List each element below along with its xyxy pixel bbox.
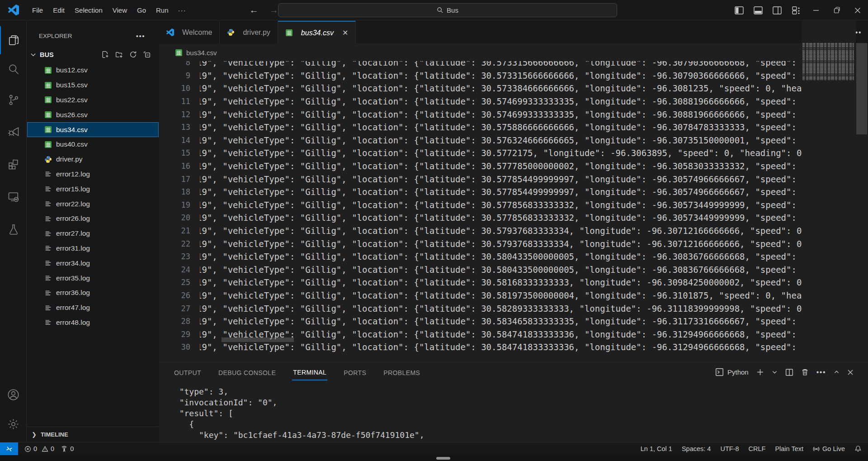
file-item-driver.py[interactable]: driver.py (27, 152, 159, 167)
code-line-15[interactable]: 1519", "vehicleType": "Gillig", "locatio… (159, 147, 802, 160)
code-line-17[interactable]: 1719", "vehicleType": "Gillig", "locatio… (159, 172, 802, 185)
split-terminal-icon[interactable] (785, 368, 793, 376)
remote-indicator[interactable] (0, 442, 18, 456)
minimap[interactable] (802, 21, 856, 362)
file-item-bus12.csv[interactable]: bus12.csv (27, 63, 159, 78)
breadcrumb-item[interactable]: bus34.csv (186, 49, 217, 57)
menu-overflow-button[interactable]: ··· (174, 5, 191, 16)
collapse-folders-icon[interactable] (143, 51, 151, 58)
menu-view[interactable]: View (108, 5, 132, 16)
code-line-23[interactable]: 2319", "vehicleType": "Gillig", "locatio… (159, 250, 802, 263)
ports-status[interactable]: 0 (61, 445, 74, 452)
sidebar-item-extensions[interactable] (0, 150, 27, 178)
status-plain-text[interactable]: Plain Text (775, 445, 803, 452)
file-item-error36.log[interactable]: error36.log (27, 285, 159, 300)
notifications-bell-button[interactable] (854, 445, 862, 452)
file-item-error27.log[interactable]: error27.log (27, 226, 159, 241)
customize-layout-icon[interactable] (791, 5, 801, 15)
file-item-bus26.csv[interactable]: bus26.csv (27, 107, 159, 122)
code-line-20[interactable]: 2019", "vehicleType": "Gillig", "locatio… (159, 211, 802, 224)
file-item-bus34.csv[interactable]: bus34.csv (27, 122, 159, 137)
file-item-error15.log[interactable]: error15.log (27, 181, 159, 196)
panel-tab-ports[interactable]: PORTS (343, 365, 367, 380)
code-line-10[interactable]: 1019", "vehicleType": "Gillig", "locatio… (159, 82, 802, 95)
file-item-error22.log[interactable]: error22.log (27, 196, 159, 211)
refresh-icon[interactable] (129, 51, 137, 58)
menu-run[interactable]: Run (151, 5, 174, 16)
vertical-scrollbar[interactable] (856, 43, 867, 134)
restore-button[interactable] (826, 0, 847, 20)
status-utf-8[interactable]: UTF-8 (720, 445, 739, 452)
maximize-panel-icon[interactable] (834, 369, 840, 375)
account-button[interactable] (0, 380, 27, 409)
terminal-output[interactable]: "type": 3, "invocationId": "0", "result"… (170, 386, 425, 441)
close-window-button[interactable] (847, 0, 868, 20)
problems-status[interactable]: 0 0 (24, 445, 54, 452)
sidebar-item-explorer[interactable] (0, 26, 27, 54)
terminal-shell-badge[interactable]: Python (715, 368, 749, 376)
kill-terminal-icon[interactable] (801, 368, 809, 376)
new-folder-icon[interactable] (115, 51, 123, 58)
file-item-error31.log[interactable]: error31.log (27, 241, 159, 256)
code-line-24[interactable]: 2419", "vehicleType": "Gillig", "locatio… (159, 263, 802, 276)
code-line-11[interactable]: 1119", "vehicleType": "Gillig", "locatio… (159, 95, 802, 108)
terminal-dropdown-icon[interactable] (772, 369, 778, 375)
sidebar-item-run-debug[interactable] (0, 118, 27, 146)
panel-more-actions-button[interactable]: ••• (816, 368, 826, 376)
status-spaces-4[interactable]: Spaces: 4 (682, 445, 711, 452)
status-go-live[interactable]: Go Live (813, 445, 845, 452)
code-line-25[interactable]: 2519", "vehicleType": "Gillig", "locatio… (159, 276, 802, 289)
explorer-more-actions-button[interactable]: ••• (136, 32, 145, 40)
code-line-19[interactable]: 1919", "vehicleType": "Gillig", "locatio… (159, 199, 802, 212)
tab-driver-py[interactable]: driver.py (220, 21, 278, 44)
timeline-section[interactable]: ❯ TIMELINE (27, 427, 159, 442)
breadcrumb[interactable]: bus34.csv (159, 44, 868, 61)
panel-tab-problems[interactable]: PROBLEMS (382, 365, 421, 380)
file-item-error12.log[interactable]: error12.log (27, 167, 159, 182)
file-item-error48.log[interactable]: error48.log (27, 315, 159, 330)
new-file-icon[interactable] (101, 51, 109, 58)
status-ln-1-col-1[interactable]: Ln 1, Col 1 (641, 445, 672, 452)
horizontal-scrollbar[interactable] (222, 337, 294, 342)
menu-edit[interactable]: Edit (48, 5, 70, 16)
toggle-sidebar-icon[interactable] (734, 5, 744, 15)
code-line-16[interactable]: 1619", "vehicleType": "Gillig", "locatio… (159, 160, 802, 173)
sidebar-item-remote-explorer[interactable] (0, 183, 27, 211)
file-item-error47.log[interactable]: error47.log (27, 300, 159, 315)
code-line-21[interactable]: 2119", "vehicleType": "Gillig", "locatio… (159, 224, 802, 238)
status-crlf[interactable]: CRLF (749, 445, 766, 452)
code-line-30[interactable]: 3019", "vehicleType": "Gillig", "locatio… (159, 341, 802, 354)
code-line-28[interactable]: 2819", "vehicleType": "Gillig", "locatio… (159, 315, 802, 328)
code-line-12[interactable]: 1219", "vehicleType": "Gillig", "locatio… (159, 108, 802, 121)
nav-back-button[interactable]: ← (244, 5, 264, 15)
folder-header-bus[interactable]: BUS (27, 47, 159, 62)
menu-file[interactable]: File (27, 5, 48, 16)
file-item-error34.log[interactable]: error34.log (27, 256, 159, 271)
sidebar-item-source-control[interactable] (0, 86, 27, 114)
file-item-error26.log[interactable]: error26.log (27, 211, 159, 226)
code-line-27[interactable]: 2719", "vehicleType": "Gillig", "locatio… (159, 302, 802, 315)
code-line-26[interactable]: 2619", "vehicleType": "Gillig", "locatio… (159, 289, 802, 302)
sidebar-item-search[interactable] (0, 55, 27, 83)
command-center-search[interactable]: Bus (278, 3, 617, 17)
toggle-panel-icon[interactable] (753, 5, 763, 15)
code-editor[interactable]: 819", "vehicleType": "Gillig", "location… (159, 61, 802, 362)
code-line-9[interactable]: 919", "vehicleType": "Gillig", "location… (159, 69, 802, 82)
tab-welcome[interactable]: Welcome (159, 21, 220, 44)
file-item-bus15.csv[interactable]: bus15.csv (27, 78, 159, 93)
menu-selection[interactable]: Selection (70, 5, 108, 16)
panel-tab-debug-console[interactable]: DEBUG CONSOLE (217, 365, 277, 380)
close-panel-icon[interactable] (847, 369, 854, 375)
settings-gear-icon[interactable] (0, 410, 27, 438)
sidebar-item-testing[interactable] (0, 215, 27, 243)
new-terminal-icon[interactable] (756, 368, 764, 376)
file-item-error35.log[interactable]: error35.log (27, 271, 159, 285)
code-line-18[interactable]: 1819", "vehicleType": "Gillig", "locatio… (159, 185, 802, 199)
minimize-button[interactable] (806, 0, 826, 20)
code-line-14[interactable]: 1419", "vehicleType": "Gillig", "locatio… (159, 134, 802, 147)
tab-bus34-csv[interactable]: bus34.csv✕ (278, 21, 356, 44)
code-line-13[interactable]: 1319", "vehicleType": "Gillig", "locatio… (159, 121, 802, 134)
code-line-22[interactable]: 2219", "vehicleType": "Gillig", "locatio… (159, 237, 802, 250)
menu-go[interactable]: Go (132, 5, 151, 16)
panel-tab-terminal[interactable]: TERMINAL (292, 364, 327, 380)
